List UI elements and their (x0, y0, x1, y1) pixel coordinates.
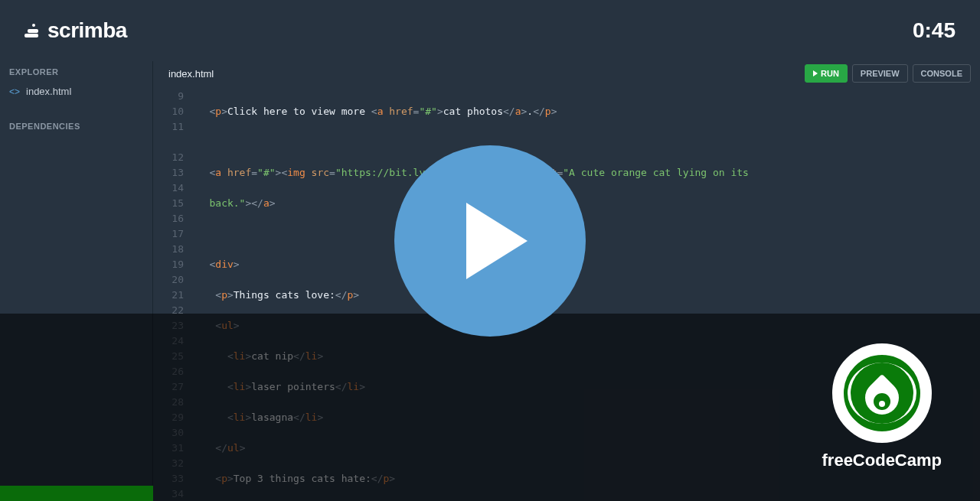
fcc-label: freeCodeCamp (822, 451, 942, 470)
header: scrimba 0:45 (0, 0, 980, 61)
sidebar: EXPLORER <> index.html DEPENDENCIES (0, 61, 153, 501)
run-button[interactable]: RUN (805, 64, 848, 83)
html-file-icon: <> (9, 86, 20, 97)
brand-name: scrimba (47, 18, 127, 43)
dependencies-header: DEPENDENCIES (0, 115, 152, 137)
fcc-badge: freeCodeCamp (822, 343, 942, 470)
scrimba-logo-icon (24, 24, 40, 37)
progress-bar[interactable] (0, 486, 153, 501)
logo[interactable]: scrimba (24, 18, 127, 43)
play-icon (813, 70, 818, 76)
explorer-header: EXPLORER (0, 61, 152, 83)
fcc-logo-icon (832, 343, 932, 443)
play-triangle-icon (466, 203, 528, 279)
file-item[interactable]: <> index.html (0, 83, 152, 100)
play-overlay-button[interactable] (394, 145, 586, 337)
file-name: index.html (26, 86, 71, 97)
active-tab[interactable]: index.html (168, 68, 214, 80)
preview-button[interactable]: PREVIEW (852, 64, 908, 83)
line-gutter: 91011 121314 151617 181920 212223 242526… (153, 86, 191, 501)
tab-bar: index.html RUN PREVIEW CONSOLE (153, 61, 980, 86)
timer: 0:45 (913, 18, 956, 43)
console-button[interactable]: CONSOLE (913, 64, 971, 83)
